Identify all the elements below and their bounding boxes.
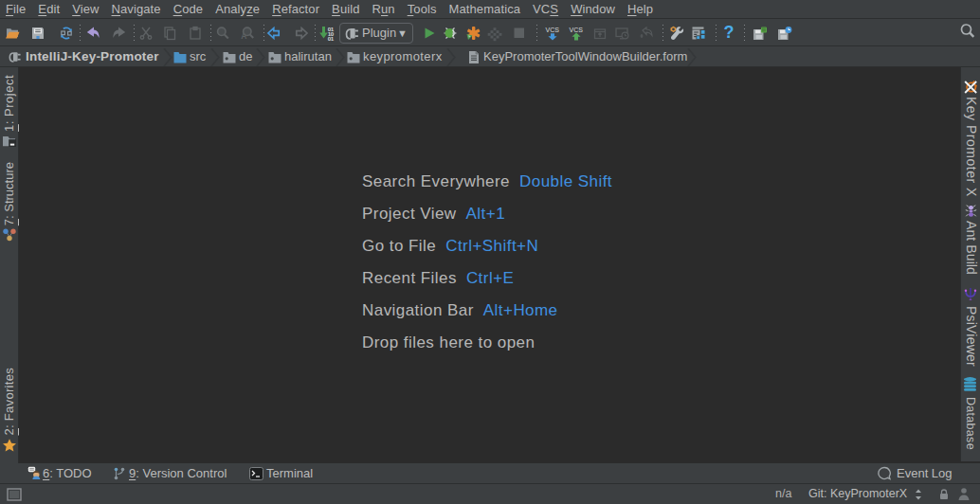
svg-text:VCS: VCS [546,27,560,33]
svg-text:01: 01 [328,35,335,42]
svg-text:A: A [241,31,246,41]
svg-text:VCS: VCS [570,27,584,33]
